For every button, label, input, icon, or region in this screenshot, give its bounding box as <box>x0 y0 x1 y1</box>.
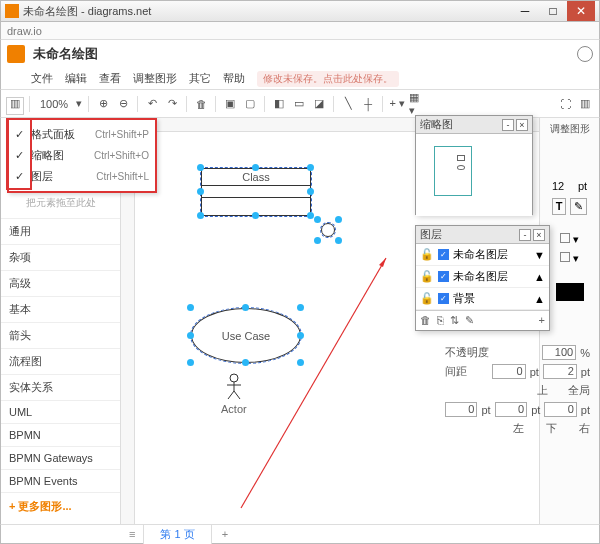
menu-edit[interactable]: 编辑 <box>65 71 87 86</box>
footer: ≡ 第 1 页 + <box>0 524 600 544</box>
minimize-button[interactable]: ─ <box>511 1 539 21</box>
to-back-icon[interactable]: ▢ <box>242 96 258 112</box>
outline-viewport[interactable] <box>434 146 472 196</box>
app-icon <box>5 4 19 18</box>
cat-misc[interactable]: 杂项 <box>1 245 120 271</box>
menu-arrange[interactable]: 调整图形 <box>133 71 177 86</box>
lock-icon[interactable]: 🔓 <box>420 292 434 305</box>
layer-row[interactable]: 🔓✓未命名图层▲ <box>416 266 549 288</box>
line-color-icon[interactable]: ▭ <box>291 96 307 112</box>
layer-row[interactable]: 🔓✓背景▲ <box>416 288 549 310</box>
menu-extras[interactable]: 其它 <box>189 71 211 86</box>
pages-menu-icon[interactable]: ≡ <box>121 528 143 540</box>
fullscreen-icon[interactable]: ⛶ <box>557 96 573 112</box>
maximize-button[interactable]: □ <box>539 1 567 21</box>
opacity-input[interactable]: 100 <box>542 345 576 360</box>
menu-file[interactable]: 文件 <box>31 71 53 86</box>
cat-bpmn-ev[interactable]: BPMN Events <box>1 470 120 493</box>
logo-icon <box>7 45 25 63</box>
globe-icon[interactable] <box>577 46 593 62</box>
layers-panel[interactable]: 图层-× 🔓✓未命名图层▼ 🔓✓未命名图层▲ 🔓✓背景▲ 🗑 ⎘ ⇅ ✎ + <box>415 225 550 331</box>
toolbar: ▥ 100%▾ ⊕ ⊖ ↶ ↷ 🗑 ▣ ▢ ◧ ▭ ◪ ╲ ┼ + ▾ ▦ ▾ … <box>0 90 600 118</box>
page-tab[interactable]: 第 1 页 <box>143 524 211 544</box>
layer-edit-icon[interactable]: ✎ <box>465 314 474 327</box>
lock-icon[interactable]: 🔓 <box>420 270 434 283</box>
layer-visible-checkbox[interactable]: ✓ <box>438 271 449 282</box>
spacing-r2-input[interactable]: 0 <box>544 402 576 417</box>
redo-icon[interactable]: ↷ <box>164 96 180 112</box>
menu-view[interactable]: 查看 <box>99 71 121 86</box>
to-front-icon[interactable]: ▣ <box>222 96 238 112</box>
outline-title: 缩略图 <box>420 117 453 132</box>
window-title: 未命名绘图 - diagrams.net <box>23 4 507 19</box>
cat-basic[interactable]: 基本 <box>1 297 120 323</box>
cat-advanced[interactable]: 高级 <box>1 271 120 297</box>
cat-er[interactable]: 实体关系 <box>1 375 120 401</box>
svg-point-0 <box>230 374 238 382</box>
shape-class[interactable]: Class <box>201 168 311 216</box>
cat-flowchart[interactable]: 流程图 <box>1 349 120 375</box>
font-color-swatch[interactable] <box>556 283 584 301</box>
shape-circle[interactable] <box>321 223 335 237</box>
shape-usecase[interactable]: Use Case <box>191 308 301 363</box>
fill-color-icon[interactable]: ◧ <box>271 96 287 112</box>
svg-line-4 <box>234 391 240 399</box>
view-panels-menu: ✓格式面板Ctrl+Shift+P ✓缩略图Ctrl+Shift+O ✓图层Ct… <box>7 118 157 193</box>
insert-icon[interactable]: + ▾ <box>389 96 405 112</box>
cat-arrows[interactable]: 箭头 <box>1 323 120 349</box>
shape-actor[interactable]: Actor <box>221 373 247 415</box>
cat-uml[interactable]: UML <box>1 401 120 424</box>
window-titlebar: 未命名绘图 - diagrams.net ─ □ ✕ <box>0 0 600 22</box>
layers-min-button[interactable]: - <box>519 229 531 241</box>
cat-general[interactable]: 通用 <box>1 219 120 245</box>
menu-item-outline[interactable]: ✓缩略图Ctrl+Shift+O <box>9 145 155 166</box>
layer-move-icon[interactable]: ⇅ <box>450 314 459 327</box>
format-panel-toggle-icon[interactable]: ▥ <box>577 96 593 112</box>
save-hint[interactable]: 修改未保存。点击此处保存。 <box>257 71 399 87</box>
bold-button[interactable]: T <box>552 198 567 215</box>
menu-item-format-panel[interactable]: ✓格式面板Ctrl+Shift+P <box>9 124 155 145</box>
layer-visible-checkbox[interactable]: ✓ <box>438 249 449 260</box>
undo-icon[interactable]: ↶ <box>144 96 160 112</box>
valign-button[interactable] <box>560 252 570 262</box>
document-title[interactable]: 未命名绘图 <box>33 45 98 63</box>
layer-visible-checkbox[interactable]: ✓ <box>438 293 449 304</box>
font-size-input[interactable]: 12 <box>552 180 576 192</box>
view-panels-button[interactable] <box>6 97 24 115</box>
align-button[interactable] <box>560 233 570 243</box>
menu-item-layers[interactable]: ✓图层Ctrl+Shift+L <box>9 166 155 187</box>
outline-panel[interactable]: 缩略图-× <box>415 115 533 215</box>
waypoint-icon[interactable]: ┼ <box>360 96 376 112</box>
delete-icon[interactable]: 🗑 <box>193 96 209 112</box>
address-bar: draw.io <box>0 22 600 40</box>
svg-line-3 <box>228 391 234 399</box>
layer-row[interactable]: 🔓✓未命名图层▼ <box>416 244 549 266</box>
italic-button[interactable]: ✎ <box>570 198 587 215</box>
layers-close-button[interactable]: × <box>533 229 545 241</box>
menu-bar: 文件 编辑 查看 调整图形 其它 帮助 修改未保存。点击此处保存。 <box>0 68 600 90</box>
table-icon[interactable]: ▦ ▾ <box>409 96 425 112</box>
layer-copy-icon[interactable]: ⎘ <box>437 314 444 327</box>
close-button[interactable]: ✕ <box>567 1 595 21</box>
outline-close-button[interactable]: × <box>516 119 528 131</box>
class-title: Class <box>202 169 310 186</box>
cat-bpmn-gw[interactable]: BPMN Gateways <box>1 447 120 470</box>
layer-delete-icon[interactable]: 🗑 <box>420 314 431 327</box>
lock-icon[interactable]: 🔓 <box>420 248 434 261</box>
zoom-select[interactable]: 100% <box>36 98 72 110</box>
connection-icon[interactable]: ╲ <box>340 96 356 112</box>
zoom-in-icon[interactable]: ⊕ <box>95 96 111 112</box>
cat-bpmn[interactable]: BPMN <box>1 424 120 447</box>
zoom-out-icon[interactable]: ⊖ <box>115 96 131 112</box>
menu-help[interactable]: 帮助 <box>223 71 245 86</box>
spacing-top-input[interactable]: 0 <box>492 364 526 379</box>
spacing-left-input[interactable]: 0 <box>445 402 477 417</box>
layer-add-icon[interactable]: + <box>539 314 545 327</box>
spacing-bottom-input[interactable]: 0 <box>495 402 527 417</box>
outline-min-button[interactable]: - <box>502 119 514 131</box>
more-shapes-button[interactable]: + 更多图形... <box>1 493 120 520</box>
annotation-arrow <box>231 253 391 513</box>
spacing-right-input[interactable]: 2 <box>543 364 577 379</box>
shadow-icon[interactable]: ◪ <box>311 96 327 112</box>
add-page-button[interactable]: + <box>212 528 238 540</box>
